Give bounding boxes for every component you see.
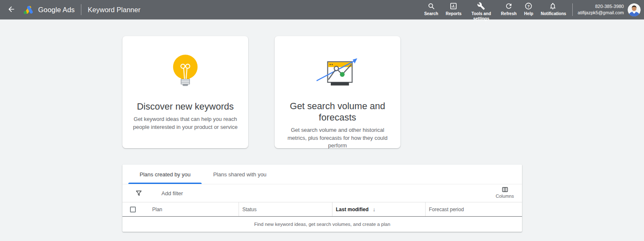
- select-all-checkbox[interactable]: [130, 207, 136, 212]
- topbar-divider: [81, 4, 81, 15]
- reports-icon: [449, 2, 457, 10]
- discover-new-keywords-card[interactable]: Discover new keywords Get keyword ideas …: [122, 36, 248, 148]
- nav-tools-and-settings[interactable]: Tools and settings: [465, 2, 497, 21]
- nav-notifications[interactable]: Notifications: [537, 2, 569, 16]
- column-header-status[interactable]: Status: [239, 202, 332, 216]
- svg-text:?: ?: [527, 4, 530, 8]
- add-filter-button[interactable]: Add filter: [161, 190, 183, 196]
- action-cards: Discover new keywords Get keyword ideas …: [122, 36, 400, 148]
- table-header-row: Plan Status Last modified ↓ Forecast per…: [122, 202, 522, 217]
- column-header-forecast-period[interactable]: Forecast period: [425, 202, 522, 216]
- card-description: Get keyword ideas that can help you reac…: [131, 115, 240, 131]
- columns-label: Columns: [496, 194, 514, 199]
- columns-icon: [501, 186, 509, 193]
- card-title: Get search volume and forecasts: [283, 101, 392, 123]
- notifications-icon: [549, 2, 557, 10]
- back-button[interactable]: [4, 3, 18, 17]
- nav-reports[interactable]: Reports: [442, 2, 465, 16]
- plans-panel: Plans created by you Plans shared with y…: [122, 165, 522, 232]
- filter-row: Add filter Columns: [122, 184, 522, 202]
- tab-plans-created-by-you[interactable]: Plans created by you: [128, 165, 202, 184]
- nav-help[interactable]: ? Help: [520, 2, 537, 16]
- account-email: atifijazpk5@gmail.com: [578, 10, 624, 16]
- account-phone: 820-385-3980: [578, 3, 624, 10]
- account-divider: [572, 3, 573, 16]
- card-description: Get search volume and other historical m…: [283, 126, 392, 150]
- brand-title: Google Ads: [38, 6, 75, 14]
- card-title: Discover new keywords: [137, 101, 234, 113]
- filter-icon[interactable]: [135, 189, 143, 197]
- plans-tabs: Plans created by you Plans shared with y…: [122, 165, 522, 184]
- tools-icon: [477, 2, 485, 10]
- avatar[interactable]: [628, 3, 641, 16]
- page-title: Keyword Planner: [88, 6, 140, 14]
- sort-descending-icon: ↓: [373, 206, 376, 212]
- lightbulb-icon: [172, 54, 198, 90]
- refresh-icon: [505, 2, 513, 10]
- search-volume-forecasts-card[interactable]: Get search volume and forecasts Get sear…: [275, 36, 400, 148]
- nav-refresh[interactable]: Refresh: [497, 2, 520, 16]
- topbar-nav: Search Reports Tools and settings Refres…: [421, 2, 569, 21]
- empty-table-message: Find new keyword ideas, get search volum…: [122, 217, 522, 232]
- tab-plans-shared-with-you[interactable]: Plans shared with you: [202, 165, 278, 184]
- help-icon: ?: [525, 2, 532, 10]
- search-icon: [427, 2, 435, 10]
- topbar: Google Ads Keyword Planner Search Report…: [0, 0, 644, 20]
- nav-search[interactable]: Search: [421, 2, 442, 16]
- google-ads-logo-icon: [23, 4, 34, 16]
- account-info[interactable]: 820-385-3980 atifijazpk5@gmail.com: [578, 3, 624, 16]
- columns-button[interactable]: Columns: [492, 186, 517, 199]
- column-header-plan[interactable]: Plan: [122, 202, 239, 216]
- arrow-back-icon: [7, 5, 16, 15]
- column-header-last-modified[interactable]: Last modified ↓: [332, 202, 425, 216]
- forecast-chart-icon: [314, 54, 361, 89]
